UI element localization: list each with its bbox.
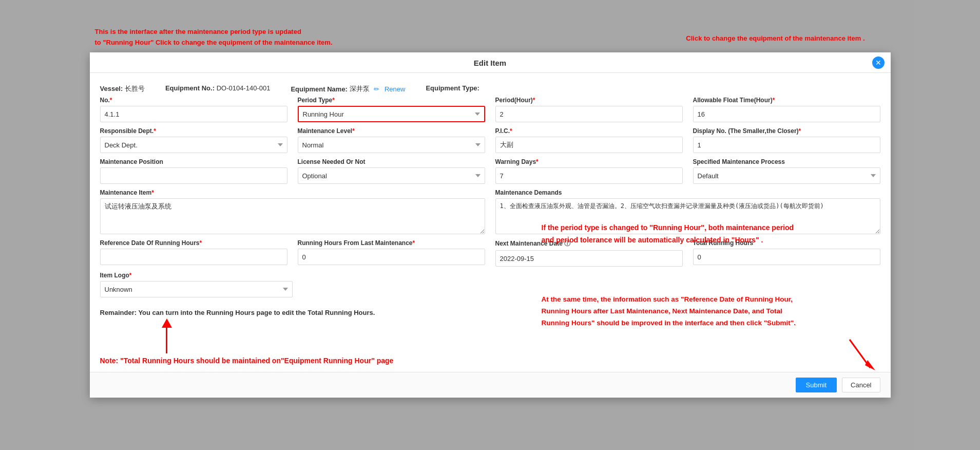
item-logo-label: Item Logo* <box>100 272 293 279</box>
maintenance-item-label: Maintenance Item* <box>100 189 485 196</box>
maintenance-demands-label: Maintenance Demands <box>495 189 880 196</box>
period-hour-label: Period(Hour)* <box>495 97 683 104</box>
annotation-top-right: Click to change the equipment of the mai… <box>686 34 864 42</box>
maintenance-item-textarea[interactable]: 试运转液压油泵及系统 <box>100 198 485 234</box>
renew-link[interactable]: Renew <box>385 85 405 93</box>
display-no-input[interactable] <box>693 137 880 153</box>
pic-input[interactable] <box>495 137 683 153</box>
maintenance-level-select[interactable]: Normal High <box>298 137 485 153</box>
license-needed-group: License Needed Or Not Optional Required <box>298 158 485 184</box>
running-hours-label: Running Hours From Last Maintenance* <box>298 239 485 247</box>
maintenance-position-label: Maintenance Position <box>100 158 287 165</box>
equipment-no-info: Equipment No.: DO-0104-140-001 <box>165 84 270 93</box>
maintenance-position-group: Maintenance Position <box>100 158 287 184</box>
no-label: No.* <box>100 97 287 104</box>
allowable-float-input[interactable] <box>693 106 880 122</box>
specified-process-label: Specified Maintenance Process <box>693 158 880 165</box>
warning-days-input[interactable] <box>495 167 683 184</box>
period-type-label: Period Type* <box>298 97 485 104</box>
arrow-to-submit <box>819 334 880 376</box>
responsible-dept-select[interactable]: Deck Dept. <box>100 137 287 153</box>
maintenance-item-group: Maintenance Item* 试运转液压油泵及系统 <box>100 189 485 234</box>
running-hours-group: Running Hours From Last Maintenance* <box>298 239 485 267</box>
maintenance-position-input[interactable] <box>100 167 287 184</box>
equipment-type-info: Equipment Type: <box>426 84 479 93</box>
specified-process-group: Specified Maintenance Process Default <box>693 158 880 184</box>
submit-button[interactable]: Submit <box>796 378 837 392</box>
responsible-dept-label: Responsible Dept.* <box>100 127 287 135</box>
allowable-float-group: Allowable Float Time(Hour)* <box>693 97 880 122</box>
equipment-name-info: Equipment Name: 深井泵 ✏ Renew <box>291 84 405 93</box>
annotation-top-left: This is the interface after the maintena… <box>95 27 465 48</box>
display-no-group: Display No. (The Smaller,the Closer)* <box>693 127 880 153</box>
ref-date-group: Reference Date Of Running Hours* <box>100 239 287 267</box>
running-hours-input[interactable] <box>298 249 485 265</box>
no-group: No.* <box>100 97 287 122</box>
total-running-hours-input[interactable] <box>693 249 880 265</box>
pic-label: P.I.C.* <box>495 127 683 135</box>
item-logo-select[interactable]: Unknown A <box>100 281 293 297</box>
cancel-button[interactable]: Cancel <box>842 378 880 392</box>
warning-days-group: Warning Days* <box>495 158 683 184</box>
annotation-right-box1: If the period type is changed to "Runnin… <box>542 222 880 247</box>
pic-group: P.I.C.* <box>495 127 683 153</box>
display-no-label: Display No. (The Smaller,the Closer)* <box>693 127 880 135</box>
modal-title: Edit Item <box>474 59 506 67</box>
period-type-select[interactable]: Running Hour Calendar Other <box>298 106 485 122</box>
ref-date-label: Reference Date Of Running Hours* <box>100 239 287 247</box>
edit-icon[interactable]: ✏ <box>374 85 379 93</box>
period-hour-group: Period(Hour)* <box>495 97 683 122</box>
specified-process-select[interactable]: Default <box>693 167 880 184</box>
annotation-right-box2: At the same time, the information such a… <box>542 294 880 376</box>
maintenance-level-label: Maintenance Level* <box>298 127 485 135</box>
responsible-dept-group: Responsible Dept.* Deck Dept. <box>100 127 287 153</box>
arrow-up-indicator <box>162 318 172 353</box>
allowable-float-label: Allowable Float Time(Hour)* <box>693 97 880 104</box>
ref-date-input[interactable] <box>100 249 287 265</box>
warning-days-label: Warning Days* <box>495 158 683 165</box>
license-needed-select[interactable]: Optional Required <box>298 167 485 184</box>
close-button[interactable]: ✕ <box>872 57 885 69</box>
no-input[interactable] <box>100 106 287 122</box>
item-logo-group: Item Logo* Unknown A <box>100 272 293 297</box>
license-needed-label: License Needed Or Not <box>298 158 485 165</box>
next-maintenance-input[interactable] <box>495 250 683 267</box>
vessel-info: Vessel: 长胜号 <box>100 84 145 93</box>
period-hour-input[interactable] <box>495 106 683 122</box>
period-type-group: Period Type* Running Hour Calendar Other <box>298 97 485 122</box>
maintenance-level-group: Maintenance Level* Normal High <box>298 127 485 153</box>
